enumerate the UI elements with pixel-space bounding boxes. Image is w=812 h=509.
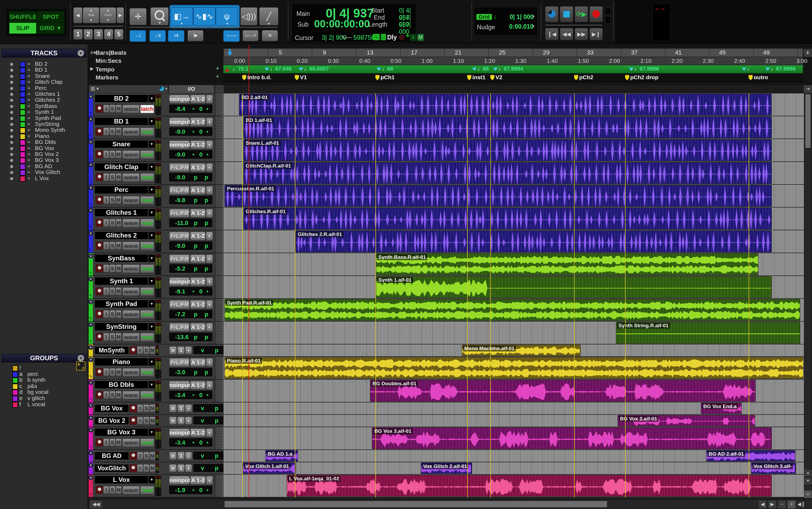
track-name[interactable]: SynString (95, 323, 148, 331)
volume-value[interactable]: -9.0 (175, 151, 185, 158)
volume-value[interactable]: v (201, 405, 204, 412)
nudge-menu-icon[interactable]: ▼ (532, 24, 535, 28)
solo-button[interactable]: S (109, 196, 115, 204)
volume-pan-display[interactable]: v p (193, 346, 226, 354)
input-selector[interactable]: n (169, 417, 177, 425)
track-name-menu-icon[interactable]: ▼ (148, 323, 155, 331)
volume-pan-display[interactable]: v p (193, 416, 226, 425)
track-minimize-icon[interactable]: ▼ (88, 185, 93, 190)
output-selector[interactable]: A 1-2 (190, 323, 206, 332)
volume-value[interactable]: -9.8 (175, 197, 185, 204)
track-minimize-icon[interactable]: ▼ (88, 299, 93, 304)
pan-value[interactable]: p (215, 347, 218, 354)
track-minimize-icon[interactable]: ▼ (88, 380, 93, 385)
volume-pan-display[interactable]: -9.1 ▸0◂ (169, 287, 212, 296)
solo-button[interactable]: S (109, 105, 115, 113)
online-button[interactable] (545, 6, 559, 22)
pan-value[interactable]: 0 (199, 288, 202, 295)
volume-value[interactable]: -1.9 (175, 487, 185, 494)
track-name-menu-icon[interactable]: ▼ (148, 254, 155, 262)
track-name-menu-icon[interactable]: ▼ (148, 476, 155, 484)
pan-right-value[interactable]: p (205, 334, 208, 341)
output-selector[interactable]: A 1-2 (190, 209, 206, 217)
volume-pan-display[interactable]: -3.4 ▸0◂ (169, 391, 212, 399)
rewind-button[interactable]: ◀◀ (560, 28, 573, 40)
track-minimize-icon[interactable]: ▼ (88, 357, 93, 362)
track-show-dot[interactable] (10, 129, 13, 132)
track-timebase-icon[interactable]: ▾ (159, 86, 167, 91)
track-color-strip[interactable]: ▼∿ (89, 276, 93, 298)
track-list-item[interactable]: » Snare (3, 73, 85, 79)
record-enable-button[interactable] (96, 368, 103, 376)
track-name-menu-icon[interactable]: ▼ (148, 163, 155, 171)
track-view-selector[interactable]: wave (123, 242, 140, 250)
record-enable-button[interactable] (96, 391, 103, 399)
volume-value[interactable]: -3.4 (175, 439, 185, 446)
input-monitor-button[interactable]: I (103, 310, 109, 318)
track-view-selector[interactable]: wave (123, 333, 140, 341)
track-minimize-icon[interactable]: ▼ (88, 475, 93, 480)
fader-icon[interactable]: ⍭ (185, 464, 192, 472)
pan-right-value[interactable]: p (205, 311, 208, 318)
track-color-chip[interactable] (20, 62, 26, 67)
volume-value[interactable]: -8.4 (175, 105, 185, 112)
solo-button[interactable]: S (109, 438, 115, 446)
pan-value[interactable]: 0 (199, 439, 202, 446)
edit-insertion-icon[interactable]: ◱ (381, 34, 386, 40)
track-name-menu-icon[interactable]: ▼ (148, 381, 155, 389)
input-monitor-button[interactable]: I (103, 265, 109, 272)
insertion-follows-playback-button[interactable]: ⁞▶ (188, 30, 204, 41)
track-color-chip[interactable] (20, 128, 26, 133)
mute-button[interactable]: M (115, 391, 122, 399)
track-name[interactable]: Synth 1 (95, 277, 148, 285)
pan-right-value[interactable]: p (205, 242, 208, 249)
pan-left-value[interactable]: p (194, 197, 197, 204)
track-lane[interactable]: BG AD 1.a BG AD 2.aif-01 (224, 450, 804, 462)
minsecs-ruler[interactable]: 0:000:100:200:300:400:501:001:101:201:30… (224, 57, 803, 65)
track-color-strip[interactable]: ▼ (89, 450, 93, 462)
marker[interactable]: V2 (490, 74, 502, 80)
track-list-item[interactable]: » BG Vox 2 (3, 151, 85, 157)
track-name[interactable]: BD 1 (95, 117, 148, 125)
input-selector[interactable]: FrL/FR (169, 186, 190, 195)
tempo-event[interactable]: ♩67.9996 (629, 66, 659, 72)
track-show-dot[interactable] (10, 93, 13, 96)
scroll-down-button[interactable]: ▼ (804, 477, 812, 485)
input-selector[interactable]: n (169, 452, 177, 460)
track-view-selector[interactable]: wave (123, 486, 140, 495)
volume-pan-display[interactable]: -5.2 pp (169, 264, 212, 273)
tempo-event[interactable]: ♩67.9994 (493, 66, 523, 72)
record-enable-button[interactable] (129, 417, 137, 425)
scroll-left-edge-button[interactable]: ◀◀ (90, 500, 103, 509)
volume-pan-display[interactable]: v p (193, 451, 226, 460)
zoom-out-button[interactable]: − (778, 500, 786, 509)
track-list-item[interactable]: » BG Dbls (3, 139, 85, 145)
pan-right-value[interactable]: p (205, 197, 208, 204)
fader-icon[interactable]: ⍭ (206, 232, 213, 240)
marker-tag-icon[interactable] (574, 75, 578, 80)
group-list-item[interactable]: dbg vocal (3, 389, 85, 395)
output-selector[interactable]: A 1-2 (190, 232, 206, 240)
track-color-chip[interactable] (20, 176, 26, 182)
horizontal-scrollbar[interactable]: ◀◀ ◀ ▶ − + ◀❙ (89, 500, 812, 508)
track-color-strip[interactable]: ▼∿ (89, 230, 93, 252)
input-monitor-button[interactable]: I (103, 391, 109, 399)
audio-zoom-button[interactable]: ▲∿∿▼ (83, 7, 99, 23)
track-color-chip[interactable] (20, 170, 26, 176)
track-name[interactable]: BD 2 (95, 95, 148, 103)
track-lane[interactable]: BD 2.aif-01 (224, 94, 804, 116)
tempo-event[interactable]: ♩70.1 (233, 66, 248, 72)
tempo-event[interactable]: ♩67.9996 (765, 66, 796, 72)
marker-tag-icon[interactable] (625, 75, 629, 80)
move-tool-button[interactable]: ✛ (129, 8, 147, 25)
track-name-menu-icon[interactable]: ▼ (148, 428, 155, 436)
track-color-strip[interactable]: ▼∿ (89, 207, 93, 230)
marker-tag-icon[interactable] (467, 75, 471, 80)
mute-button[interactable]: M (115, 310, 122, 318)
volume-value[interactable]: v (201, 417, 204, 424)
mode-grid-button[interactable]: GRID ▼ (37, 23, 64, 34)
volume-value[interactable]: -5.2 (175, 265, 185, 272)
track-list-item[interactable]: » Synth Pad (3, 115, 85, 121)
automation-mode-button[interactable]: read (140, 173, 154, 182)
track-minimize-icon[interactable]: ▼ (88, 117, 93, 122)
